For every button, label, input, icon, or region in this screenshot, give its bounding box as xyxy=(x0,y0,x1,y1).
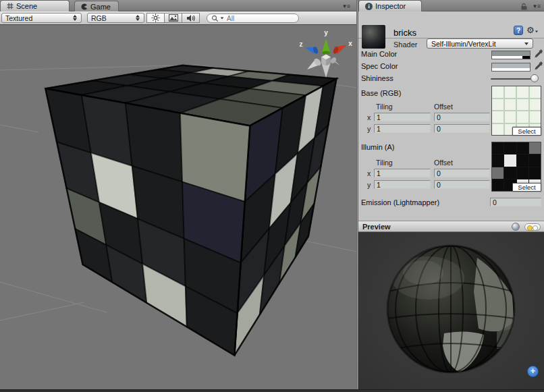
gizmo-x-label[interactable]: x xyxy=(348,40,352,47)
illumin-map-label: Illumin (A) xyxy=(361,143,395,151)
base-tiling-x-input[interactable] xyxy=(374,113,431,121)
scene-search-field[interactable] xyxy=(207,13,299,23)
light-off-dot-icon xyxy=(533,225,538,231)
preview-lighting-toggle[interactable] xyxy=(524,223,541,231)
main-color-label: Main Color xyxy=(361,50,397,58)
light-on-dot-icon xyxy=(527,225,533,231)
gizmo-x-axis[interactable] xyxy=(332,45,347,55)
tab-game[interactable]: Game xyxy=(74,1,119,11)
scene-gizmo[interactable]: y x z xyxy=(300,29,353,78)
shader-dropdown[interactable]: Self-Illumin/VertexLit xyxy=(427,38,533,49)
tab-inspector-label: Inspector xyxy=(375,2,406,10)
lock-icon[interactable] xyxy=(520,3,528,10)
gizmo-z-axis[interactable] xyxy=(305,46,319,55)
spec-color-swatch[interactable] xyxy=(491,63,531,72)
render-mode-value: Textured xyxy=(5,14,32,22)
preview-canvas[interactable]: + xyxy=(358,232,544,389)
shininess-slider-handle[interactable] xyxy=(531,74,539,82)
color-mode-dropdown[interactable]: RGB xyxy=(87,13,144,23)
y-row-label: y xyxy=(367,125,371,133)
gear-icon[interactable]: ⚙ xyxy=(526,25,539,35)
x-row-label: x xyxy=(367,169,371,177)
color-mode-value: RGB xyxy=(91,14,107,22)
inspector-tabbar: i Inspector ▾≡ xyxy=(358,0,544,11)
preview-shape-button[interactable] xyxy=(512,223,520,231)
render-mode-dropdown[interactable]: Textured xyxy=(1,13,82,23)
tiling-header: Tiling xyxy=(376,103,393,111)
speaker-icon xyxy=(186,14,196,22)
tab-scene[interactable]: Scene xyxy=(0,0,70,11)
tab-scene-label: Scene xyxy=(16,2,37,10)
info-icon: i xyxy=(365,3,373,10)
updown-arrows-icon xyxy=(136,15,140,21)
gizmo-y-label[interactable]: y xyxy=(324,29,328,36)
material-header: bricks Shader Self-Illumin/VertexLit ? ⚙ xyxy=(358,11,544,38)
x-row-label: x xyxy=(367,113,371,121)
help-button[interactable]: ? xyxy=(514,26,523,35)
emission-label: Emission (Lightmapper) xyxy=(361,198,439,206)
inspector-menu-icon[interactable]: ▾≡ xyxy=(533,3,541,9)
illumin-tiling-y-input[interactable] xyxy=(374,180,431,189)
base-offset-y-input[interactable] xyxy=(434,124,490,133)
shader-value: Self-Illumin/VertexLit xyxy=(431,40,524,48)
scene-menu-icon[interactable]: ▾≡ xyxy=(343,3,351,9)
preview-sphere xyxy=(358,232,544,389)
add-button[interactable]: + xyxy=(527,366,539,377)
preview-title: Preview xyxy=(362,223,391,231)
material-thumbnail[interactable] xyxy=(362,25,385,49)
tab-inspector[interactable]: i Inspector xyxy=(358,0,422,11)
scene-panel: Scene Game ▾≡ Textured RGB xyxy=(0,0,356,389)
offset-header: Offset xyxy=(434,159,453,167)
search-input[interactable] xyxy=(225,14,294,23)
eyedropper-icon[interactable] xyxy=(534,49,543,58)
cube-object[interactable] xyxy=(45,65,336,356)
search-icon xyxy=(211,15,219,22)
tab-game-label: Game xyxy=(90,3,111,11)
scene-viewport[interactable]: y x z xyxy=(0,25,356,389)
illumin-select-button[interactable]: Select xyxy=(512,183,541,192)
emission-input[interactable] xyxy=(490,198,541,206)
window-bottom-edge xyxy=(0,389,544,392)
lighting-toggle-button[interactable] xyxy=(146,13,165,23)
grid-icon xyxy=(7,3,13,9)
game-icon xyxy=(81,3,88,10)
offset-header: Offset xyxy=(434,103,453,111)
main-color-swatch[interactable] xyxy=(491,51,531,59)
tiling-header: Tiling xyxy=(376,159,393,167)
illumin-tiling-x-input[interactable] xyxy=(374,169,431,177)
cube-face-front xyxy=(45,88,250,356)
scene-tabbar: Scene Game ▾≡ xyxy=(0,0,356,11)
sun-icon xyxy=(151,13,160,22)
gizmo-y-axis[interactable] xyxy=(322,38,330,55)
base-select-button[interactable]: Select xyxy=(512,127,541,136)
skybox-toggle-button[interactable] xyxy=(164,13,182,23)
material-name: bricks xyxy=(393,28,416,38)
shininess-label: Shininess xyxy=(361,74,393,82)
illumin-offset-y-input[interactable] xyxy=(434,180,490,189)
base-map-label: Base (RGB) xyxy=(361,89,401,97)
updown-arrows-icon xyxy=(73,15,78,21)
inspector-panel: i Inspector ▾≡ bricks Shader Self-Illumi… xyxy=(358,0,544,389)
preview-bar: Preview xyxy=(358,221,544,232)
shininess-slider-track[interactable] xyxy=(491,78,533,80)
audio-toggle-button[interactable] xyxy=(182,13,200,23)
eyedropper-icon[interactable] xyxy=(534,61,543,70)
base-tiling-y-input[interactable] xyxy=(374,124,431,133)
scene-3d-view[interactable]: y x z xyxy=(0,25,356,389)
search-filter-arrow-icon[interactable] xyxy=(221,17,224,19)
illumin-offset-x-input[interactable] xyxy=(434,169,490,177)
image-icon xyxy=(169,14,178,22)
spec-color-label: Spec Color xyxy=(361,62,398,70)
y-row-label: y xyxy=(367,181,371,189)
chevron-down-icon xyxy=(524,43,528,45)
gizmo-z-label[interactable]: z xyxy=(300,40,303,48)
shader-label: Shader xyxy=(393,40,417,49)
base-offset-x-input[interactable] xyxy=(434,113,490,121)
scene-toolbar: Textured RGB xyxy=(0,11,356,25)
